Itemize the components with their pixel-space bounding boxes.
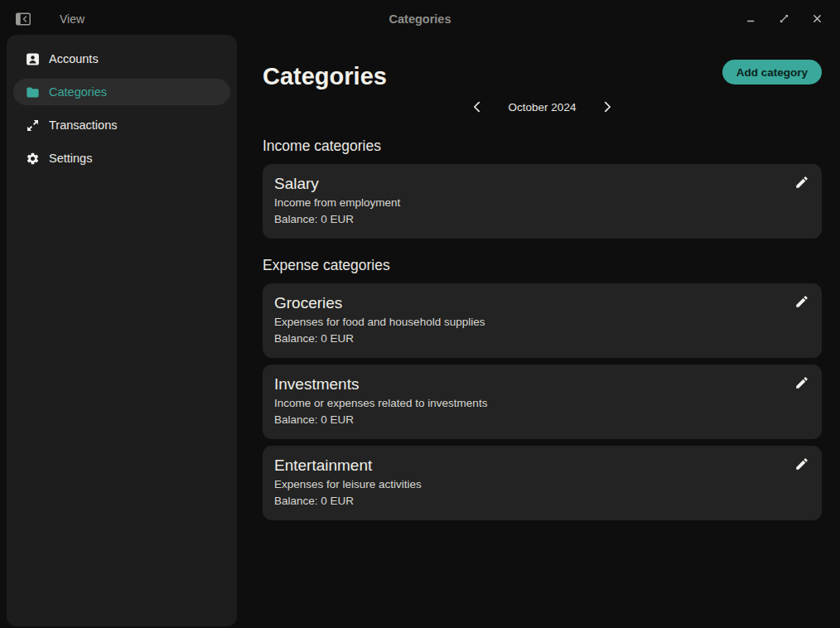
edit-category-button[interactable] — [793, 374, 811, 392]
category-description: Expenses for food and household supplies — [274, 314, 810, 331]
category-balance: Balance: 0 EUR — [274, 331, 810, 347]
pencil-icon — [794, 457, 809, 471]
edit-category-button[interactable] — [793, 292, 811, 311]
section-title: Income categories — [263, 137, 822, 155]
sidebar-item-categories[interactable]: Categories — [13, 79, 230, 105]
category-balance: Balance: 0 EUR — [274, 412, 810, 428]
category-card[interactable]: Groceries Expenses for food and househol… — [263, 283, 822, 358]
sidebar-toggle-button[interactable] — [13, 9, 33, 29]
chevron-right-icon — [600, 99, 615, 114]
category-name: Groceries — [274, 292, 810, 314]
pencil-icon — [794, 375, 809, 390]
category-balance: Balance: 0 EUR — [274, 211, 810, 228]
edit-category-button[interactable] — [793, 173, 811, 191]
category-card[interactable]: Salary Income from employment Balance: 0… — [263, 164, 822, 239]
category-card[interactable]: Entertainment Expenses for leisure activ… — [263, 446, 822, 520]
titlebar: View Categories — [0, 0, 840, 37]
page-title: Categories — [263, 60, 387, 93]
menu-view[interactable]: View — [56, 11, 88, 27]
category-card[interactable]: Investments Income or expenses related t… — [263, 365, 822, 439]
window-title: Categories — [0, 12, 840, 26]
category-name: Investments — [274, 374, 810, 395]
folder-icon — [25, 85, 40, 99]
sidebar-item-accounts[interactable]: Accounts — [13, 46, 230, 72]
category-description: Expenses for leisure activities — [274, 476, 810, 493]
chevron-left-icon — [470, 99, 485, 114]
category-section: Expense categories Groceries Expenses fo… — [263, 256, 822, 520]
category-description: Income or expenses related to investment… — [274, 395, 810, 412]
section-title: Expense categories — [263, 256, 822, 274]
maximize-button[interactable] — [774, 9, 794, 29]
pencil-icon — [794, 175, 809, 190]
close-icon — [809, 12, 824, 27]
previous-month-button[interactable] — [467, 97, 487, 117]
pencil-icon — [794, 294, 809, 309]
sidebar-item-settings[interactable]: Settings — [13, 145, 230, 171]
transfer-icon — [25, 118, 40, 133]
category-balance: Balance: 0 EUR — [274, 493, 810, 510]
category-name: Salary — [274, 173, 810, 195]
edit-category-button[interactable] — [793, 455, 811, 473]
category-description: Income from employment — [274, 195, 810, 211]
sidebar-item-transactions[interactable]: Transactions — [13, 112, 230, 138]
gear-icon — [25, 151, 40, 166]
main-content: Categories Add category October 2024 Inc… — [263, 50, 822, 527]
month-navigation: October 2024 — [263, 94, 822, 119]
category-section: Income categories Salary Income from emp… — [263, 137, 822, 239]
app-window: View Categories Accounts — [0, 0, 840, 628]
sidebar: Accounts Categories Transactions Setting… — [7, 35, 237, 626]
maximize-icon — [776, 12, 791, 27]
sidebar-toggle-icon — [16, 12, 31, 27]
close-button[interactable] — [807, 9, 827, 29]
next-month-button[interactable] — [597, 97, 617, 117]
add-category-button[interactable]: Add category — [722, 60, 822, 85]
contact-icon — [25, 51, 40, 66]
minimize-icon — [743, 12, 758, 27]
category-name: Entertainment — [274, 455, 810, 476]
minimize-button[interactable] — [741, 9, 760, 29]
month-label: October 2024 — [509, 101, 577, 114]
